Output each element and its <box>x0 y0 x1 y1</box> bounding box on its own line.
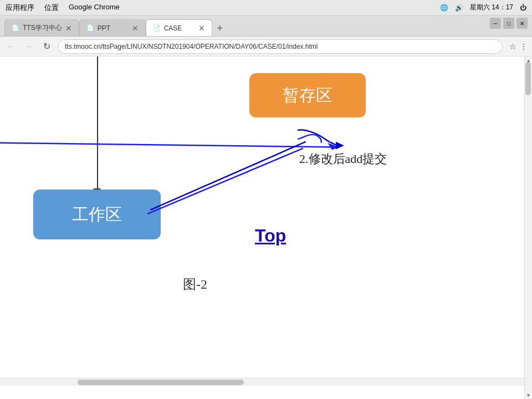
tab-case[interactable]: 📄 CASE ✕ <box>146 19 212 36</box>
svg-line-0 <box>147 149 303 214</box>
os-topbar: 应用程序 位置 Google Chrome 🌐 🔊 星期六 14：17 ⏻ <box>0 0 532 16</box>
annotation-text: 2.修改后add提交 <box>299 151 387 167</box>
minimize-button[interactable]: ─ <box>490 18 501 29</box>
volume-icon[interactable]: 🔊 <box>455 4 463 12</box>
annotation-content: 2.修改后add提交 <box>299 152 387 166</box>
tab-tts-close[interactable]: ✕ <box>65 24 72 33</box>
tab-ppt[interactable]: 📄 PPT ✕ <box>79 19 146 36</box>
vertical-scrollbar[interactable]: ▲ ▼ <box>524 57 532 399</box>
staging-label: 暂存区 <box>283 84 332 107</box>
window-controls[interactable]: ─ □ ✕ <box>490 18 528 29</box>
browser-content: 暂存区 工作区 <box>0 57 524 399</box>
browser-content-wrapper: 暂存区 工作区 <box>0 57 532 399</box>
close-button[interactable]: ✕ <box>516 18 528 29</box>
horizontal-scrollbar[interactable] <box>0 378 524 386</box>
menu-icon[interactable]: ⋮ <box>520 42 528 51</box>
url-bar[interactable]: tts.tmooc.cn/ttsPage/LINUX/NSDTN201904/O… <box>58 39 503 54</box>
top-link-text: Top <box>255 226 286 245</box>
tab-tts-label: TTS学习中心 <box>23 23 62 33</box>
power-icon[interactable]: ⏻ <box>520 4 526 12</box>
horizontal-scrollbar-thumb[interactable] <box>78 380 244 385</box>
tab-tts-icon: 📄 <box>12 24 19 32</box>
svg-line-2 <box>0 143 339 147</box>
new-tab-button[interactable]: + <box>212 21 228 36</box>
back-button[interactable]: ← <box>4 40 18 53</box>
svg-line-3 <box>303 147 339 149</box>
network-icon[interactable]: 🌐 <box>440 4 448 12</box>
tab-tts[interactable]: 📄 TTS学习中心 ✕ <box>4 19 79 36</box>
address-bar: ← → ↻ tts.tmooc.cn/ttsPage/LINUX/NSDTN20… <box>0 37 532 57</box>
diagram-container: 暂存区 工作区 <box>0 57 524 378</box>
chrome-window: 📄 TTS学习中心 ✕ 📄 PPT ✕ 📄 CASE ✕ + ─ □ ✕ ← →… <box>0 16 532 399</box>
workspace-label: 工作区 <box>72 203 122 226</box>
vertical-scrollbar-thumb[interactable] <box>525 62 531 95</box>
tab-case-label: CASE <box>164 24 182 32</box>
menu-location[interactable]: 位置 <box>44 3 59 13</box>
menu-apps[interactable]: 应用程序 <box>6 3 34 13</box>
url-text: tts.tmooc.cn/ttsPage/LINUX/NSDTN201904/O… <box>65 43 318 50</box>
scroll-down-arrow[interactable]: ▼ <box>525 391 532 399</box>
top-link[interactable]: Top <box>255 226 286 246</box>
bookmark-icon[interactable]: ☆ <box>509 42 516 51</box>
svg-marker-1 <box>328 143 339 150</box>
svg-marker-4 <box>336 142 344 150</box>
fig-label-text: 图-2 <box>183 277 207 291</box>
workspace-box: 工作区 <box>33 190 161 239</box>
os-status: 🌐 🔊 星期六 14：17 ⏻ <box>440 3 526 12</box>
forward-button[interactable]: → <box>22 40 35 53</box>
figure-label: 图-2 <box>183 275 207 293</box>
tab-ppt-icon: 📄 <box>86 24 94 32</box>
tab-case-icon: 📄 <box>153 24 161 32</box>
os-menu[interactable]: 应用程序 位置 Google Chrome <box>6 3 120 13</box>
menu-chrome[interactable]: Google Chrome <box>69 3 120 13</box>
datetime: 星期六 14：17 <box>470 3 513 12</box>
staging-box: 暂存区 <box>249 73 366 117</box>
tab-ppt-label: PPT <box>98 24 110 32</box>
maximize-button[interactable]: □ <box>503 18 514 29</box>
tab-case-close[interactable]: ✕ <box>198 24 205 33</box>
refresh-button[interactable]: ↻ <box>40 40 53 53</box>
vertical-line <box>97 57 98 192</box>
tab-bar: 📄 TTS学习中心 ✕ 📄 PPT ✕ 📄 CASE ✕ + ─ □ ✕ <box>0 16 532 37</box>
url-icons: ☆ ⋮ <box>509 42 528 51</box>
tab-ppt-close[interactable]: ✕ <box>132 24 139 33</box>
